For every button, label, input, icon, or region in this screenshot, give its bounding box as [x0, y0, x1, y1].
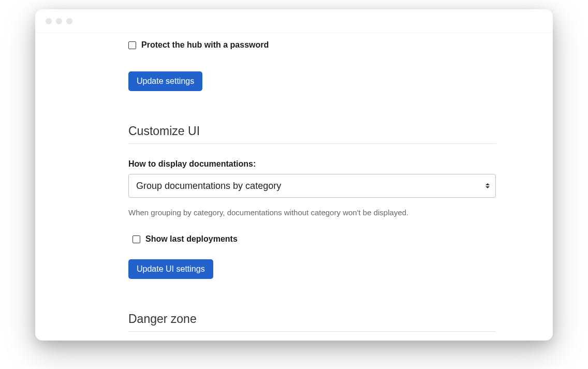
- window-controls: [46, 18, 72, 24]
- danger-zone-heading: Danger zone: [128, 312, 496, 332]
- protect-hub-row: Protect the hub with a password: [128, 40, 496, 50]
- update-ui-settings-button[interactable]: Update UI settings: [128, 259, 213, 279]
- maximize-window-icon[interactable]: [66, 18, 72, 24]
- close-window-icon[interactable]: [46, 18, 52, 24]
- display-documentations-label: How to display documentations:: [128, 159, 496, 169]
- customize-ui-heading: Customize UI: [128, 124, 496, 144]
- display-help-text: When grouping by category, documentation…: [128, 208, 496, 217]
- app-window: Protect the hub with a password Update s…: [35, 9, 553, 341]
- show-last-deployments-row: Show last deployments: [133, 234, 496, 244]
- show-last-deployments-label: Show last deployments: [145, 234, 238, 244]
- show-last-deployments-checkbox[interactable]: [133, 235, 140, 243]
- settings-content: Protect the hub with a password Update s…: [35, 33, 553, 332]
- update-settings-button[interactable]: Update settings: [128, 71, 202, 91]
- window-titlebar: [35, 9, 553, 33]
- display-documentations-select[interactable]: Group documentations by category: [128, 174, 496, 198]
- minimize-window-icon[interactable]: [56, 18, 62, 24]
- display-select-wrapper: Group documentations by category: [128, 174, 496, 198]
- protect-hub-label: Protect the hub with a password: [141, 40, 269, 50]
- protect-hub-checkbox[interactable]: [128, 41, 136, 49]
